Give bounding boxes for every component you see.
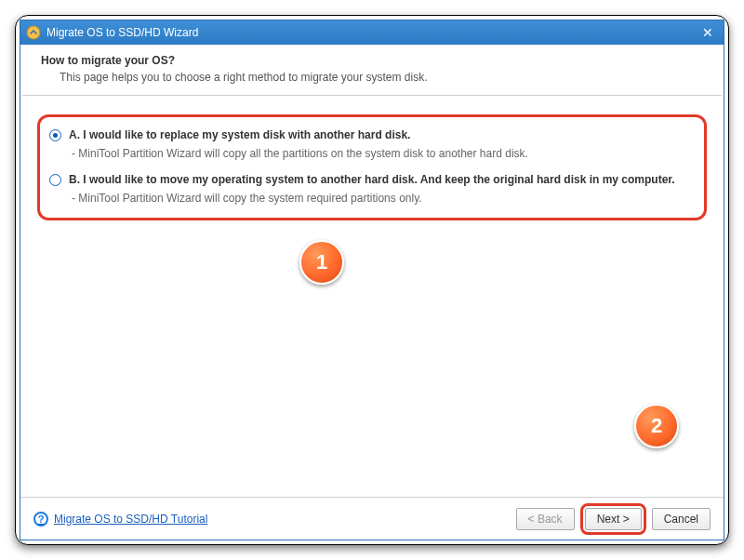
option-b[interactable]: B. I would like to move my operating sys… [49, 173, 695, 186]
next-button-label: Next > [597, 513, 630, 526]
next-button[interactable]: Next > [585, 508, 642, 530]
radio-b-icon[interactable] [49, 174, 61, 186]
back-button[interactable]: < Back [516, 508, 575, 530]
svg-point-0 [27, 26, 40, 39]
wizard-content: A. I would like to replace my system dis… [20, 96, 724, 497]
close-button[interactable]: ✕ [699, 24, 716, 41]
annotation-callout-2: 2 [634, 404, 679, 448]
cancel-button-label: Cancel [664, 513, 698, 526]
help-icon: ? [33, 512, 48, 527]
app-icon [26, 25, 41, 40]
option-a-desc: - MiniTool Partition Wizard will copy al… [72, 147, 695, 160]
options-highlight-box: A. I would like to replace my system dis… [37, 114, 707, 220]
window-title: Migrate OS to SSD/HD Wizard [46, 26, 198, 39]
option-b-desc: - MiniTool Partition Wizard will copy th… [72, 192, 695, 205]
wizard-window: Migrate OS to SSD/HD Wizard ✕ How to mig… [20, 20, 724, 540]
back-button-label: < Back [528, 513, 563, 526]
annotation-callout-1: 1 [299, 240, 344, 285]
window-frame: Migrate OS to SSD/HD Wizard ✕ How to mig… [15, 15, 729, 545]
tutorial-link-label: Migrate OS to SSD/HD Tutorial [54, 513, 207, 526]
cancel-button[interactable]: Cancel [652, 508, 711, 530]
wizard-header: How to migrate your OS? This page helps … [20, 45, 724, 95]
header-subtext: This page helps you to choose a right me… [41, 71, 703, 84]
tutorial-link[interactable]: ? Migrate OS to SSD/HD Tutorial [33, 512, 207, 527]
wizard-footer: ? Migrate OS to SSD/HD Tutorial < Back N… [20, 497, 724, 540]
option-b-label: B. I would like to move my operating sys… [69, 173, 675, 186]
next-button-highlight: Next > [580, 503, 646, 535]
titlebar: Migrate OS to SSD/HD Wizard ✕ [20, 20, 724, 45]
radio-a-icon[interactable] [49, 129, 61, 141]
option-a-label: A. I would like to replace my system dis… [69, 128, 410, 141]
header-question: How to migrate your OS? [41, 54, 703, 67]
option-a[interactable]: A. I would like to replace my system dis… [49, 128, 695, 141]
